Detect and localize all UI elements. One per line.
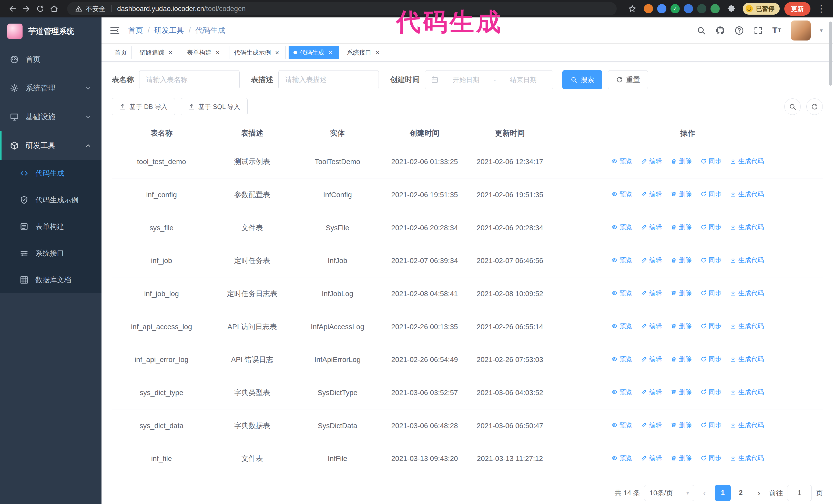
edit-link[interactable]: 编辑 — [641, 190, 662, 199]
tab[interactable]: 链路追踪 × — [135, 46, 179, 59]
extension-icon[interactable]: ✓ — [670, 4, 680, 13]
reset-button[interactable]: 重置 — [608, 70, 648, 89]
sidebar-menu-item[interactable]: 代码生成示例 — [0, 187, 101, 213]
back-icon[interactable] — [6, 2, 20, 16]
sidebar-menu-item[interactable]: 表单构建 — [0, 213, 101, 240]
date-range-picker[interactable]: 开始日期 - 结束日期 — [425, 70, 553, 89]
generate-code-link[interactable]: 生成代码 — [730, 355, 764, 363]
delete-link[interactable]: 删除 — [671, 421, 692, 430]
fullscreen-icon[interactable] — [753, 26, 763, 35]
sync-link[interactable]: 同步 — [700, 321, 721, 331]
sidebar-menu-item[interactable]: 基础设施 — [0, 102, 101, 131]
extension-icon[interactable] — [684, 4, 693, 13]
next-page-button[interactable]: › — [753, 485, 765, 501]
sync-link[interactable]: 同步 — [700, 421, 721, 430]
preview-link[interactable]: 预览 — [611, 454, 632, 462]
import-db-button[interactable]: 基于 DB 导入 — [112, 98, 175, 115]
tab[interactable]: 代码生成 × — [289, 46, 339, 59]
generate-code-link[interactable]: 生成代码 — [730, 454, 764, 462]
toggle-search-button[interactable] — [784, 98, 801, 115]
delete-link[interactable]: 删除 — [671, 289, 692, 297]
extension-icon[interactable] — [644, 4, 653, 13]
breadcrumb-item[interactable]: 研发工具 / — [154, 25, 195, 35]
edit-link[interactable]: 编辑 — [641, 157, 662, 166]
sidebar-menu-item[interactable]: 系统管理 — [0, 74, 101, 102]
delete-link[interactable]: 删除 — [671, 388, 692, 397]
sync-link[interactable]: 同步 — [700, 355, 721, 363]
github-icon[interactable] — [715, 26, 725, 35]
delete-link[interactable]: 删除 — [671, 355, 692, 363]
preview-link[interactable]: 预览 — [611, 421, 632, 430]
sidebar-toggle-icon[interactable] — [101, 25, 128, 36]
extensions-puzzle-icon[interactable] — [724, 2, 738, 16]
sidebar-menu-item[interactable]: 代码生成 — [0, 160, 101, 187]
delete-link[interactable]: 删除 — [671, 190, 692, 199]
scrollbar-thumb[interactable] — [829, 22, 832, 86]
edit-link[interactable]: 编辑 — [641, 289, 662, 297]
breadcrumb-item[interactable]: 首页 / — [128, 25, 154, 35]
table-desc-input[interactable] — [278, 70, 379, 89]
sync-link[interactable]: 同步 — [700, 289, 721, 297]
preview-link[interactable]: 预览 — [611, 222, 632, 232]
sync-link[interactable]: 同步 — [700, 454, 721, 462]
extension-icon[interactable] — [697, 4, 706, 13]
preview-link[interactable]: 预览 — [611, 355, 632, 363]
sidebar-menu-item[interactable]: 系统接口 — [0, 240, 101, 267]
header-search-icon[interactable] — [696, 26, 706, 35]
extension-icon[interactable] — [657, 4, 666, 13]
sync-link[interactable]: 同步 — [700, 222, 721, 232]
user-avatar[interactable] — [791, 21, 811, 41]
avatar-caret-icon[interactable]: ▾ — [820, 27, 823, 34]
sync-link[interactable]: 同步 — [700, 190, 721, 199]
edit-link[interactable]: 编辑 — [641, 454, 662, 462]
tab-close-icon[interactable]: × — [374, 49, 381, 56]
delete-link[interactable]: 删除 — [671, 256, 692, 265]
browser-home-icon[interactable] — [47, 2, 61, 16]
generate-code-link[interactable]: 生成代码 — [730, 222, 764, 232]
edit-link[interactable]: 编辑 — [641, 388, 662, 397]
tab-close-icon[interactable]: × — [214, 49, 221, 56]
extension-icon[interactable] — [711, 4, 720, 13]
generate-code-link[interactable]: 生成代码 — [730, 321, 764, 331]
delete-link[interactable]: 删除 — [671, 454, 692, 462]
forward-icon[interactable] — [20, 2, 33, 16]
preview-link[interactable]: 预览 — [611, 157, 632, 166]
sync-link[interactable]: 同步 — [700, 157, 721, 166]
preview-link[interactable]: 预览 — [611, 388, 632, 397]
page-number-button[interactable]: 1 — [715, 485, 731, 501]
tab-close-icon[interactable]: × — [167, 49, 174, 56]
delete-link[interactable]: 删除 — [671, 157, 692, 166]
browser-menu-icon[interactable]: ⋮ — [815, 3, 827, 14]
tab[interactable]: 代码生成示例 × — [229, 46, 286, 59]
bookmark-star-icon[interactable] — [625, 2, 639, 16]
help-icon[interactable] — [734, 26, 744, 35]
preview-link[interactable]: 预览 — [611, 289, 632, 297]
delete-link[interactable]: 删除 — [671, 321, 692, 331]
preview-link[interactable]: 预览 — [611, 256, 632, 265]
generate-code-link[interactable]: 生成代码 — [730, 190, 764, 199]
reload-icon[interactable] — [33, 2, 47, 16]
page-number-button[interactable]: 2 — [733, 485, 749, 501]
refresh-table-button[interactable] — [806, 98, 823, 115]
sidebar-menu-item[interactable]: 数据库文档 — [0, 267, 101, 293]
tab-close-icon[interactable]: × — [327, 49, 334, 56]
sync-link[interactable]: 同步 — [700, 256, 721, 265]
generate-code-link[interactable]: 生成代码 — [730, 421, 764, 430]
search-button[interactable]: 搜索 — [562, 70, 602, 89]
delete-link[interactable]: 删除 — [671, 222, 692, 232]
edit-link[interactable]: 编辑 — [641, 222, 662, 232]
edit-link[interactable]: 编辑 — [641, 321, 662, 331]
page-size-select[interactable]: 10条/页 ▾ — [644, 485, 694, 501]
generate-code-link[interactable]: 生成代码 — [730, 157, 764, 166]
edit-link[interactable]: 编辑 — [641, 355, 662, 363]
profile-paused-badge[interactable]: 已暂停 — [743, 3, 780, 15]
prev-page-button[interactable]: ‹ — [698, 485, 711, 501]
font-size-icon[interactable]: TT — [772, 26, 782, 35]
generate-code-link[interactable]: 生成代码 — [730, 289, 764, 297]
tab-close-icon[interactable]: × — [273, 49, 281, 56]
tab[interactable]: 表单构建 × — [182, 46, 226, 59]
preview-link[interactable]: 预览 — [611, 190, 632, 199]
address-bar[interactable]: 不安全 dashboard.yudao.iocoder.cn /tool/cod… — [67, 2, 617, 16]
edit-link[interactable]: 编辑 — [641, 256, 662, 265]
sidebar-menu-item[interactable]: 首页 — [0, 45, 101, 74]
